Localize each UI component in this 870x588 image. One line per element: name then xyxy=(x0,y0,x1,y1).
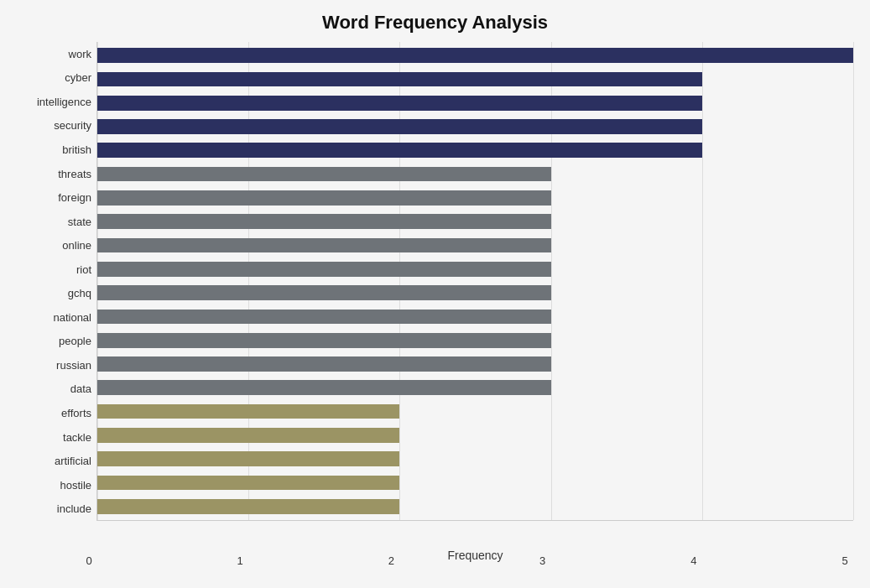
y-label: russian xyxy=(17,360,91,371)
y-label: data xyxy=(17,383,91,394)
bar xyxy=(97,285,551,300)
y-label: online xyxy=(17,240,91,251)
plot-area: 012345 Frequency xyxy=(96,42,853,521)
bar-row xyxy=(97,44,853,67)
bars-container xyxy=(97,42,853,520)
y-label: state xyxy=(17,216,91,227)
chart-title: Word Frequency Analysis xyxy=(17,8,853,34)
bar xyxy=(97,238,551,253)
y-label: british xyxy=(17,144,91,155)
bar-row xyxy=(97,352,853,376)
bar-row xyxy=(97,115,853,138)
bar xyxy=(97,190,551,206)
bar xyxy=(97,72,702,87)
bar xyxy=(97,476,399,491)
bar-row xyxy=(97,162,853,185)
bar-row xyxy=(97,376,853,399)
bar xyxy=(97,356,551,372)
bar xyxy=(97,333,551,348)
chart-container: Word Frequency Analysis workcyberintelli… xyxy=(0,0,870,588)
bar-row xyxy=(97,67,853,91)
bar xyxy=(97,167,551,182)
bar-row xyxy=(97,210,853,233)
y-label: intelligence xyxy=(17,96,91,107)
bar xyxy=(97,48,853,63)
bar-row xyxy=(97,186,853,210)
bar-row xyxy=(97,399,853,423)
grid-line xyxy=(853,42,854,520)
bar xyxy=(97,451,399,466)
bar xyxy=(97,380,551,395)
y-label: include xyxy=(17,503,91,514)
bar xyxy=(97,214,551,229)
y-label: artificial xyxy=(17,455,91,466)
y-label: national xyxy=(17,312,91,323)
bar-row xyxy=(97,471,853,494)
y-label: efforts xyxy=(17,408,91,419)
chart-area: workcyberintelligencesecuritybritishthre… xyxy=(17,42,853,521)
bar-row xyxy=(97,424,853,447)
y-label: security xyxy=(17,120,91,131)
bar xyxy=(97,119,702,134)
bar xyxy=(97,404,399,419)
bar-row xyxy=(97,281,853,304)
x-axis-label: 0 xyxy=(81,554,97,567)
y-label: hostile xyxy=(17,480,91,491)
y-label: cyber xyxy=(17,72,91,83)
bar xyxy=(97,310,551,325)
y-label: work xyxy=(17,49,91,60)
bar-row xyxy=(97,304,853,328)
bar-row xyxy=(97,91,853,115)
y-label: riot xyxy=(17,264,91,275)
y-label: threats xyxy=(17,169,91,180)
y-label: tackle xyxy=(17,432,91,443)
bar xyxy=(97,428,399,443)
y-label: people xyxy=(17,336,91,346)
bar-row xyxy=(97,233,853,257)
bar xyxy=(97,499,399,514)
bar-row xyxy=(97,138,853,162)
bar-row xyxy=(97,329,853,352)
y-labels: workcyberintelligencesecuritybritishthre… xyxy=(17,42,96,521)
bar xyxy=(97,96,702,111)
bar xyxy=(97,143,702,158)
bar-row xyxy=(97,447,853,471)
y-label: foreign xyxy=(17,192,91,203)
bar-row xyxy=(97,495,853,518)
bar-row xyxy=(97,258,853,281)
bar xyxy=(97,262,551,277)
y-label: gchq xyxy=(17,288,91,299)
x-axis-title: Frequency xyxy=(97,549,853,562)
